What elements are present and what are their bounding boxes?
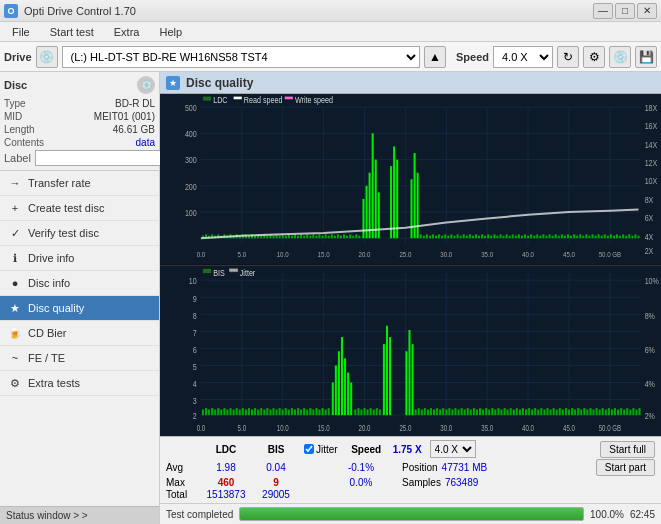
- menu-help[interactable]: Help: [151, 24, 190, 40]
- minimize-button[interactable]: —: [593, 3, 613, 19]
- svg-rect-306: [454, 408, 456, 415]
- svg-rect-114: [444, 234, 446, 238]
- svg-rect-315: [482, 409, 484, 415]
- svg-text:6%: 6%: [645, 343, 656, 354]
- svg-rect-307: [458, 409, 460, 415]
- jitter-check-container[interactable]: Jitter: [304, 444, 338, 455]
- svg-rect-271: [291, 408, 293, 415]
- svg-rect-256: [245, 409, 247, 415]
- svg-rect-166: [604, 234, 606, 238]
- svg-rect-125: [478, 236, 480, 239]
- jitter-checkbox[interactable]: [304, 444, 314, 454]
- svg-rect-88: [306, 234, 308, 238]
- disc-label-input[interactable]: [35, 150, 168, 166]
- svg-rect-291: [376, 408, 378, 415]
- svg-rect-342: [565, 408, 567, 415]
- sidebar-item-disc-quality[interactable]: ★ Disc quality: [0, 296, 159, 321]
- sidebar-item-verify-test-disc[interactable]: ✓ Verify test disc: [0, 221, 159, 246]
- svg-text:400: 400: [185, 129, 197, 139]
- svg-rect-267: [279, 408, 281, 415]
- stats-row-avg: Avg 1.98 0.04 -0.1% Position 47731 MB St…: [166, 459, 655, 476]
- svg-rect-273: [297, 408, 299, 415]
- svg-text:Jitter: Jitter: [240, 266, 256, 277]
- menu-start-test[interactable]: Start test: [42, 24, 102, 40]
- svg-rect-280: [318, 409, 320, 415]
- svg-rect-264: [269, 409, 271, 415]
- svg-rect-159: [582, 236, 584, 239]
- svg-rect-147: [545, 236, 547, 239]
- svg-text:LDC: LDC: [213, 95, 227, 105]
- disc-length-row: Length 46.61 GB: [4, 124, 155, 135]
- svg-rect-158: [579, 234, 581, 238]
- svg-rect-298: [430, 408, 432, 415]
- svg-rect-334: [540, 408, 542, 415]
- svg-rect-168: [610, 234, 612, 238]
- menu-extra[interactable]: Extra: [106, 24, 148, 40]
- status-window-bar[interactable]: Status window > >: [0, 506, 159, 524]
- svg-rect-65: [414, 153, 416, 238]
- stats-speed-select[interactable]: 4.0 X: [430, 440, 476, 458]
- max-ldc: 460: [200, 477, 252, 488]
- svg-rect-357: [611, 409, 613, 415]
- svg-rect-229: [202, 409, 204, 415]
- eject-button[interactable]: ▲: [424, 46, 446, 68]
- svg-text:45.0: 45.0: [563, 250, 575, 258]
- stats-speed-select-container[interactable]: 4.0 X: [430, 440, 476, 458]
- svg-rect-275: [303, 408, 305, 415]
- svg-rect-171: [619, 236, 621, 239]
- svg-text:2X: 2X: [645, 246, 654, 256]
- disc-label-row: Label 🔍: [4, 150, 155, 166]
- avg-bis: 0.04: [256, 462, 296, 473]
- svg-rect-327: [519, 409, 521, 415]
- sidebar-item-cd-bier[interactable]: 🍺 CD Bier: [0, 321, 159, 346]
- svg-rect-128: [487, 234, 489, 238]
- stats-row-total: Total 1513873 29005: [166, 489, 655, 500]
- svg-rect-239: [233, 409, 235, 415]
- svg-rect-321: [500, 409, 502, 415]
- save-icon[interactable]: 💾: [635, 46, 657, 68]
- svg-text:6: 6: [193, 343, 197, 354]
- svg-rect-135: [509, 236, 511, 239]
- svg-rect-330: [528, 408, 530, 415]
- disc-length-value: 46.61 GB: [113, 124, 155, 135]
- svg-rect-304: [448, 408, 450, 415]
- svg-rect-251: [386, 325, 388, 415]
- svg-rect-284: [354, 409, 356, 415]
- svg-rect-130: [493, 234, 495, 238]
- panel-header: ★ Disc quality: [160, 72, 661, 94]
- svg-rect-245: [338, 351, 340, 415]
- svg-rect-248: [347, 372, 349, 415]
- svg-rect-87: [303, 236, 305, 239]
- svg-rect-110: [432, 234, 434, 238]
- speed-select[interactable]: 4.0 X: [493, 46, 553, 68]
- sidebar-item-create-test-disc[interactable]: + Create test disc: [0, 196, 159, 221]
- svg-rect-288: [367, 409, 369, 415]
- svg-rect-137: [515, 236, 517, 239]
- svg-text:200: 200: [185, 182, 197, 192]
- svg-text:25.0: 25.0: [399, 422, 411, 432]
- config-icon[interactable]: ⚙: [583, 46, 605, 68]
- drive-select[interactable]: (L:) HL-DT-ST BD-RE WH16NS58 TST4: [62, 46, 420, 68]
- menu-file[interactable]: File: [4, 24, 38, 40]
- maximize-button[interactable]: □: [615, 3, 635, 19]
- svg-rect-154: [567, 234, 569, 238]
- svg-rect-349: [586, 409, 588, 415]
- sidebar-item-transfer-rate[interactable]: → Transfer rate: [0, 171, 159, 196]
- disc-type-label: Type: [4, 98, 26, 109]
- sidebar-item-drive-info[interactable]: ℹ Drive info: [0, 246, 159, 271]
- speed-icon[interactable]: ↻: [557, 46, 579, 68]
- sidebar-item-fe-te[interactable]: ~ FE / TE: [0, 346, 159, 371]
- svg-rect-157: [576, 236, 578, 239]
- svg-rect-152: [561, 234, 563, 238]
- disc-length-label: Length: [4, 124, 35, 135]
- sidebar-item-extra-tests[interactable]: ⚙ Extra tests: [0, 371, 159, 396]
- svg-rect-303: [445, 409, 447, 415]
- start-part-button[interactable]: Start part: [596, 459, 655, 476]
- sidebar-item-disc-info[interactable]: ● Disc info: [0, 271, 159, 296]
- svg-rect-238: [230, 408, 232, 415]
- disc-icon[interactable]: 💿: [609, 46, 631, 68]
- svg-rect-241: [239, 409, 241, 415]
- drive-icon[interactable]: 💿: [36, 46, 58, 68]
- close-button[interactable]: ✕: [637, 3, 657, 19]
- start-full-button[interactable]: Start full: [600, 441, 655, 458]
